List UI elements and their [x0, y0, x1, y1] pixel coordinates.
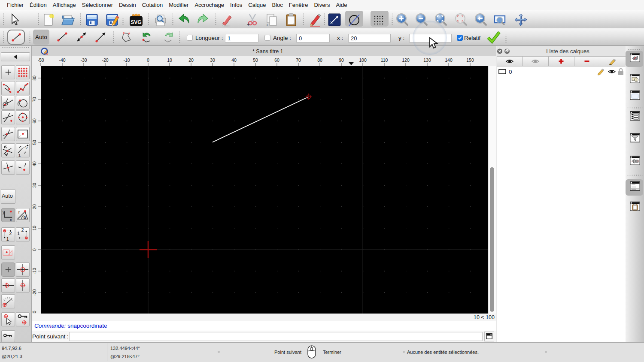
- svg-text:-40: -40: [59, 57, 65, 63]
- svg-text:70: 70: [32, 97, 37, 102]
- svg-text:20: 20: [32, 204, 37, 209]
- svg-text:-30: -30: [32, 311, 37, 314]
- svg-text:+: +: [266, 22, 268, 27]
- svg-text:2: 2: [21, 227, 24, 232]
- svg-text:60: 60: [274, 57, 279, 63]
- svg-text:10: 10: [32, 226, 37, 231]
- svg-text:100: 100: [359, 57, 367, 63]
- svg-text:2: 2: [9, 231, 12, 236]
- svg-text:y: y: [3, 209, 5, 214]
- svg-text:40: 40: [32, 161, 37, 166]
- svg-text:-10: -10: [32, 268, 37, 274]
- svg-text:40: 40: [231, 57, 237, 63]
- svg-text:1: 1: [18, 153, 21, 157]
- svg-text:80: 80: [32, 75, 37, 81]
- svg-text:30: 30: [210, 57, 215, 63]
- svg-text:+: +: [247, 22, 249, 27]
- svg-text:1: 1: [6, 236, 9, 241]
- svg-text:60: 60: [32, 118, 37, 124]
- svg-text:150: 150: [466, 57, 474, 63]
- svg-text:110: 110: [381, 57, 388, 63]
- svg-text:140: 140: [445, 57, 453, 63]
- svg-text:70: 70: [296, 57, 301, 63]
- svg-text:50: 50: [32, 140, 37, 145]
- svg-text:a: a: [23, 214, 26, 220]
- svg-text:r: r: [18, 209, 20, 214]
- svg-text:1: 1: [17, 231, 20, 236]
- svg-text:20: 20: [188, 57, 194, 63]
- svg-text:-20: -20: [102, 57, 108, 63]
- svg-text:120: 120: [402, 57, 410, 63]
- svg-text:-50: -50: [38, 57, 44, 63]
- svg-text:0: 0: [32, 248, 37, 251]
- svg-text:-10: -10: [123, 57, 130, 63]
- svg-text:50: 50: [253, 57, 258, 63]
- svg-text:80: 80: [317, 57, 322, 63]
- svg-text:x: x: [9, 217, 12, 222]
- svg-text:SVG: SVG: [131, 19, 141, 25]
- svg-text:0: 0: [147, 57, 149, 63]
- svg-text:30: 30: [32, 183, 37, 188]
- svg-text:90: 90: [339, 57, 344, 63]
- svg-text:-30: -30: [80, 57, 87, 63]
- svg-text:10: 10: [167, 57, 172, 63]
- svg-text:-20: -20: [32, 289, 37, 296]
- svg-text:130: 130: [423, 57, 431, 63]
